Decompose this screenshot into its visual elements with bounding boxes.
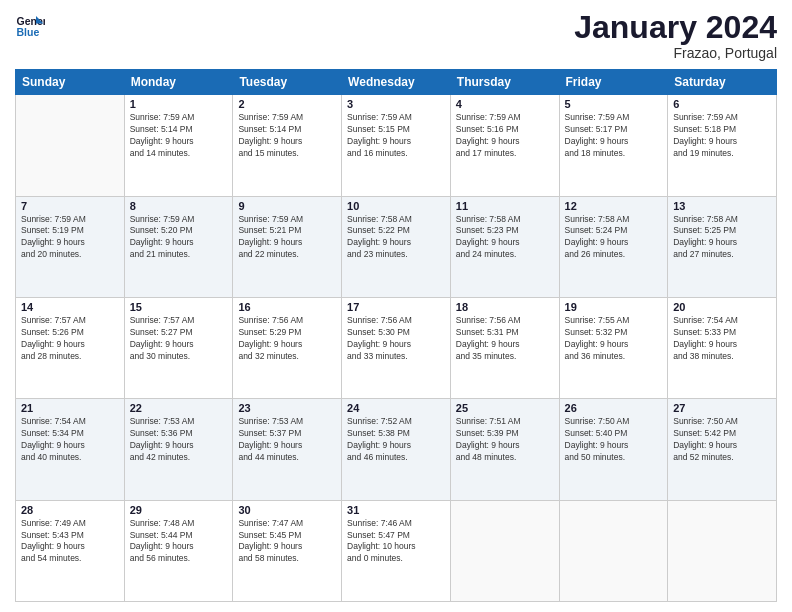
- day-number: 18: [456, 301, 554, 313]
- day-number: 20: [673, 301, 771, 313]
- table-cell: 20Sunrise: 7:54 AM Sunset: 5:33 PM Dayli…: [668, 297, 777, 398]
- table-cell: 2Sunrise: 7:59 AM Sunset: 5:14 PM Daylig…: [233, 95, 342, 196]
- table-cell: 31Sunrise: 7:46 AM Sunset: 5:47 PM Dayli…: [342, 500, 451, 601]
- table-cell: 14Sunrise: 7:57 AM Sunset: 5:26 PM Dayli…: [16, 297, 125, 398]
- day-number: 1: [130, 98, 228, 110]
- table-cell: 23Sunrise: 7:53 AM Sunset: 5:37 PM Dayli…: [233, 399, 342, 500]
- day-number: 2: [238, 98, 336, 110]
- day-info: Sunrise: 7:54 AM Sunset: 5:34 PM Dayligh…: [21, 416, 119, 464]
- day-number: 24: [347, 402, 445, 414]
- logo-icon: General Blue: [15, 10, 45, 40]
- day-info: Sunrise: 7:59 AM Sunset: 5:19 PM Dayligh…: [21, 214, 119, 262]
- day-number: 7: [21, 200, 119, 212]
- day-number: 30: [238, 504, 336, 516]
- day-number: 3: [347, 98, 445, 110]
- day-info: Sunrise: 7:50 AM Sunset: 5:42 PM Dayligh…: [673, 416, 771, 464]
- day-info: Sunrise: 7:52 AM Sunset: 5:38 PM Dayligh…: [347, 416, 445, 464]
- day-number: 9: [238, 200, 336, 212]
- day-info: Sunrise: 7:58 AM Sunset: 5:24 PM Dayligh…: [565, 214, 663, 262]
- table-cell: 3Sunrise: 7:59 AM Sunset: 5:15 PM Daylig…: [342, 95, 451, 196]
- table-cell: 28Sunrise: 7:49 AM Sunset: 5:43 PM Dayli…: [16, 500, 125, 601]
- day-number: 5: [565, 98, 663, 110]
- day-number: 16: [238, 301, 336, 313]
- day-number: 11: [456, 200, 554, 212]
- col-monday: Monday: [124, 70, 233, 95]
- location: Frazao, Portugal: [574, 45, 777, 61]
- logo: General Blue: [15, 10, 45, 40]
- col-tuesday: Tuesday: [233, 70, 342, 95]
- day-number: 14: [21, 301, 119, 313]
- day-number: 22: [130, 402, 228, 414]
- day-number: 31: [347, 504, 445, 516]
- table-cell: 19Sunrise: 7:55 AM Sunset: 5:32 PM Dayli…: [559, 297, 668, 398]
- table-cell: 7Sunrise: 7:59 AM Sunset: 5:19 PM Daylig…: [16, 196, 125, 297]
- table-cell: 12Sunrise: 7:58 AM Sunset: 5:24 PM Dayli…: [559, 196, 668, 297]
- day-number: 6: [673, 98, 771, 110]
- table-cell: [450, 500, 559, 601]
- day-info: Sunrise: 7:47 AM Sunset: 5:45 PM Dayligh…: [238, 518, 336, 566]
- day-info: Sunrise: 7:49 AM Sunset: 5:43 PM Dayligh…: [21, 518, 119, 566]
- day-info: Sunrise: 7:58 AM Sunset: 5:22 PM Dayligh…: [347, 214, 445, 262]
- table-cell: 26Sunrise: 7:50 AM Sunset: 5:40 PM Dayli…: [559, 399, 668, 500]
- table-cell: 10Sunrise: 7:58 AM Sunset: 5:22 PM Dayli…: [342, 196, 451, 297]
- table-cell: 4Sunrise: 7:59 AM Sunset: 5:16 PM Daylig…: [450, 95, 559, 196]
- table-cell: 8Sunrise: 7:59 AM Sunset: 5:20 PM Daylig…: [124, 196, 233, 297]
- col-saturday: Saturday: [668, 70, 777, 95]
- table-cell: 15Sunrise: 7:57 AM Sunset: 5:27 PM Dayli…: [124, 297, 233, 398]
- day-info: Sunrise: 7:57 AM Sunset: 5:27 PM Dayligh…: [130, 315, 228, 363]
- day-info: Sunrise: 7:53 AM Sunset: 5:36 PM Dayligh…: [130, 416, 228, 464]
- day-info: Sunrise: 7:59 AM Sunset: 5:15 PM Dayligh…: [347, 112, 445, 160]
- day-number: 8: [130, 200, 228, 212]
- table-cell: [668, 500, 777, 601]
- header: General Blue January 2024 Frazao, Portug…: [15, 10, 777, 61]
- table-cell: 30Sunrise: 7:47 AM Sunset: 5:45 PM Dayli…: [233, 500, 342, 601]
- table-cell: 25Sunrise: 7:51 AM Sunset: 5:39 PM Dayli…: [450, 399, 559, 500]
- table-cell: 21Sunrise: 7:54 AM Sunset: 5:34 PM Dayli…: [16, 399, 125, 500]
- col-friday: Friday: [559, 70, 668, 95]
- table-cell: 29Sunrise: 7:48 AM Sunset: 5:44 PM Dayli…: [124, 500, 233, 601]
- day-info: Sunrise: 7:58 AM Sunset: 5:23 PM Dayligh…: [456, 214, 554, 262]
- day-info: Sunrise: 7:59 AM Sunset: 5:21 PM Dayligh…: [238, 214, 336, 262]
- day-number: 29: [130, 504, 228, 516]
- col-wednesday: Wednesday: [342, 70, 451, 95]
- day-info: Sunrise: 7:56 AM Sunset: 5:30 PM Dayligh…: [347, 315, 445, 363]
- day-info: Sunrise: 7:59 AM Sunset: 5:17 PM Dayligh…: [565, 112, 663, 160]
- day-info: Sunrise: 7:59 AM Sunset: 5:14 PM Dayligh…: [238, 112, 336, 160]
- day-number: 25: [456, 402, 554, 414]
- month-title: January 2024: [574, 10, 777, 45]
- day-number: 15: [130, 301, 228, 313]
- day-number: 4: [456, 98, 554, 110]
- day-number: 28: [21, 504, 119, 516]
- table-cell: 11Sunrise: 7:58 AM Sunset: 5:23 PM Dayli…: [450, 196, 559, 297]
- day-number: 13: [673, 200, 771, 212]
- table-cell: [16, 95, 125, 196]
- table-cell: 1Sunrise: 7:59 AM Sunset: 5:14 PM Daylig…: [124, 95, 233, 196]
- day-number: 10: [347, 200, 445, 212]
- day-info: Sunrise: 7:54 AM Sunset: 5:33 PM Dayligh…: [673, 315, 771, 363]
- table-cell: 22Sunrise: 7:53 AM Sunset: 5:36 PM Dayli…: [124, 399, 233, 500]
- day-info: Sunrise: 7:50 AM Sunset: 5:40 PM Dayligh…: [565, 416, 663, 464]
- day-info: Sunrise: 7:59 AM Sunset: 5:14 PM Dayligh…: [130, 112, 228, 160]
- day-info: Sunrise: 7:53 AM Sunset: 5:37 PM Dayligh…: [238, 416, 336, 464]
- table-cell: 18Sunrise: 7:56 AM Sunset: 5:31 PM Dayli…: [450, 297, 559, 398]
- day-info: Sunrise: 7:59 AM Sunset: 5:20 PM Dayligh…: [130, 214, 228, 262]
- day-info: Sunrise: 7:58 AM Sunset: 5:25 PM Dayligh…: [673, 214, 771, 262]
- page: General Blue January 2024 Frazao, Portug…: [0, 0, 792, 612]
- day-info: Sunrise: 7:56 AM Sunset: 5:29 PM Dayligh…: [238, 315, 336, 363]
- day-number: 26: [565, 402, 663, 414]
- table-cell: 17Sunrise: 7:56 AM Sunset: 5:30 PM Dayli…: [342, 297, 451, 398]
- day-number: 19: [565, 301, 663, 313]
- table-cell: [559, 500, 668, 601]
- table-cell: 27Sunrise: 7:50 AM Sunset: 5:42 PM Dayli…: [668, 399, 777, 500]
- day-number: 23: [238, 402, 336, 414]
- day-info: Sunrise: 7:59 AM Sunset: 5:16 PM Dayligh…: [456, 112, 554, 160]
- day-info: Sunrise: 7:59 AM Sunset: 5:18 PM Dayligh…: [673, 112, 771, 160]
- svg-text:Blue: Blue: [17, 26, 40, 38]
- table-cell: 13Sunrise: 7:58 AM Sunset: 5:25 PM Dayli…: [668, 196, 777, 297]
- title-block: January 2024 Frazao, Portugal: [574, 10, 777, 61]
- day-number: 21: [21, 402, 119, 414]
- table-cell: 9Sunrise: 7:59 AM Sunset: 5:21 PM Daylig…: [233, 196, 342, 297]
- day-info: Sunrise: 7:51 AM Sunset: 5:39 PM Dayligh…: [456, 416, 554, 464]
- col-thursday: Thursday: [450, 70, 559, 95]
- table-cell: 24Sunrise: 7:52 AM Sunset: 5:38 PM Dayli…: [342, 399, 451, 500]
